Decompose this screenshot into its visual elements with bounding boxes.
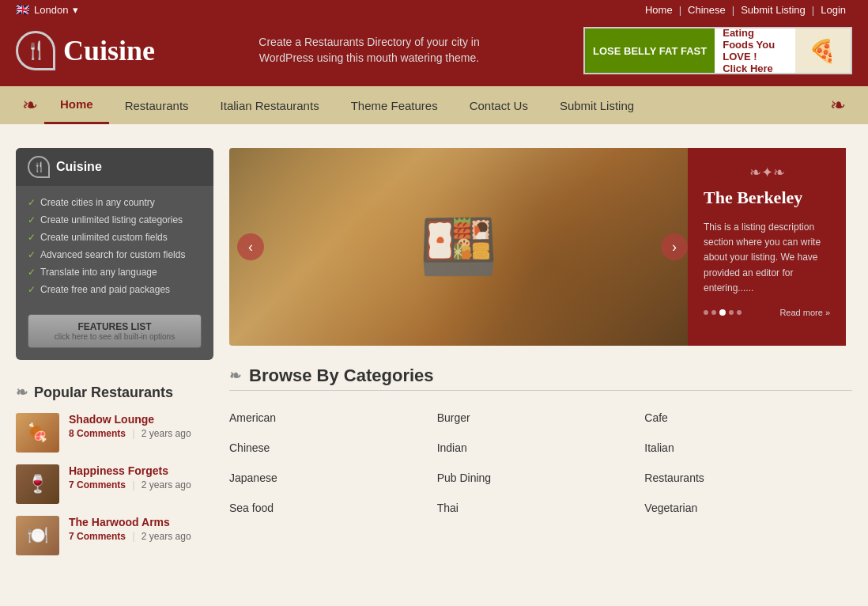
nav-deco-left-icon: ❧: [16, 88, 44, 123]
chevron-down-icon: ▾: [73, 4, 78, 16]
category-seafood[interactable]: Sea food: [229, 497, 437, 519]
category-italian[interactable]: Italian: [644, 437, 852, 459]
slide-dot[interactable]: [737, 310, 742, 315]
features-header: 🍴 Cuisine: [16, 148, 213, 186]
category-cafe[interactable]: Cafe: [644, 407, 852, 429]
comment-count: 7 Comments: [69, 479, 126, 490]
feature-item: Create unlimited listing categories: [28, 211, 202, 229]
category-indian[interactable]: Indian: [437, 437, 645, 459]
popular-title: Popular Restaurants: [16, 384, 213, 401]
ad-green-label: LOSE BELLY FAT FAST: [585, 28, 715, 73]
category-pub-dining[interactable]: Pub Dining: [437, 467, 645, 489]
category-thai[interactable]: Thai: [437, 497, 645, 519]
post-time: 2 years ago: [142, 428, 191, 439]
features-list: Create cities in any country Create unli…: [16, 186, 213, 306]
restaurant-meta: 8 Comments | 2 years ago: [69, 428, 191, 439]
nav-submit-listing[interactable]: Submit Listing: [544, 88, 650, 123]
header: 🍴 Cuisine Create a Restaurants Directory…: [0, 19, 868, 86]
features-widget-title: Cuisine: [56, 160, 102, 174]
topnav-home[interactable]: Home: [639, 4, 679, 16]
slider-prev-button[interactable]: ‹: [237, 233, 264, 260]
top-bar: 🇬🇧 London ▾ Home | Chinese | Submit List…: [0, 0, 868, 19]
nav-italian[interactable]: Italian Restaurants: [205, 88, 335, 123]
restaurant-name[interactable]: The Harwood Arms: [69, 516, 191, 528]
slider-deco-icon: ❧✦❧: [704, 164, 830, 181]
features-btn-sublabel: click here to see all built-in options: [35, 332, 194, 341]
features-list-button[interactable]: FEATURES LIST click here to see all buil…: [28, 314, 202, 348]
read-more-link[interactable]: Read more »: [779, 308, 830, 317]
sidebar: 🍴 Cuisine Create cities in any country C…: [16, 148, 213, 567]
top-nav: Home | Chinese | Submit Listing | Login: [639, 4, 852, 16]
slider-image: 🍱: [229, 148, 688, 346]
nav-restaurants[interactable]: Restaurants: [109, 88, 205, 123]
main-content: 🍴 Cuisine Create cities in any country C…: [0, 124, 868, 591]
slide-dot[interactable]: [729, 310, 734, 315]
features-btn-label: FEATURES LIST: [35, 321, 194, 332]
restaurant-info: Happiness Forgets 7 Comments | 2 years a…: [69, 464, 191, 490]
restaurant-meta: 7 Comments | 2 years ago: [69, 479, 191, 490]
navigation-wrapper: ❧ Home Restaurants Italian Restaurants T…: [0, 86, 868, 124]
popular-restaurant-item: 🍖 Shadow Lounge 8 Comments | 2 years ago: [16, 413, 213, 453]
logo-icon: 🍴: [16, 31, 55, 70]
location-label: London: [34, 4, 68, 16]
nav-contact[interactable]: Contact Us: [454, 88, 544, 123]
main-nav: Home Restaurants Italian Restaurants The…: [44, 86, 824, 124]
slider-next-button[interactable]: ›: [661, 233, 688, 260]
nav-deco-right-icon: ❧: [824, 88, 852, 123]
site-title: Cuisine: [63, 34, 155, 67]
slide-dot-active[interactable]: [719, 309, 726, 316]
slider-dots: [704, 309, 742, 316]
feature-item: Create cities in any country: [28, 194, 202, 211]
ad-text: Eating Foods You LOVE ! Click Here: [715, 27, 795, 74]
featured-slider: 🍱 ‹ › ❧✦❧ The Berkeley This is a listing…: [229, 148, 852, 346]
comment-count: 7 Comments: [69, 531, 126, 542]
sidebar-logo-icon: 🍴: [28, 156, 50, 178]
advertisement-banner[interactable]: LOSE BELLY FAT FAST Eating Foods You LOV…: [583, 27, 852, 74]
browse-title: Browse By Categories: [229, 365, 852, 386]
location-selector[interactable]: 🇬🇧 London ▾: [16, 3, 78, 16]
restaurant-thumbnail: 🍷: [16, 464, 59, 504]
category-grid: American Burger Cafe Chinese Indian Ital…: [229, 407, 852, 519]
slider-description: This is a listing description section wh…: [704, 220, 830, 296]
nav-decoration: ❧ Home Restaurants Italian Restaurants T…: [16, 86, 852, 124]
slide-dot[interactable]: [704, 310, 708, 315]
features-widget: 🍴 Cuisine Create cities in any country C…: [16, 148, 213, 360]
topnav-chinese[interactable]: Chinese: [681, 4, 732, 16]
post-time: 2 years ago: [142, 479, 191, 490]
restaurant-info: Shadow Lounge 8 Comments | 2 years ago: [69, 413, 191, 439]
topnav-login[interactable]: Login: [814, 4, 852, 16]
main-area: 🍱 ‹ › ❧✦❧ The Berkeley This is a listing…: [229, 148, 852, 567]
browse-categories-section: Browse By Categories American Burger Caf…: [229, 365, 852, 519]
category-vegetarian[interactable]: Vegetarian: [644, 497, 852, 519]
category-american[interactable]: American: [229, 407, 437, 429]
ad-image: 🍕: [795, 27, 851, 74]
popular-restaurant-item: 🍷 Happiness Forgets 7 Comments | 2 years…: [16, 464, 213, 504]
restaurant-name[interactable]: Shadow Lounge: [69, 413, 191, 426]
restaurant-info: The Harwood Arms 7 Comments | 2 years ag…: [69, 516, 191, 542]
feature-item: Create free and paid packages: [28, 281, 202, 298]
section-divider: [229, 390, 852, 391]
slider-footer: Read more »: [704, 308, 830, 317]
feature-item: Create unlimited custom fields: [28, 229, 202, 246]
header-tagline: Create a Restaurants Directory of your c…: [259, 35, 480, 66]
feature-item: Advanced search for custom fields: [28, 246, 202, 263]
slide-dot[interactable]: [711, 310, 716, 315]
category-burger[interactable]: Burger: [437, 407, 645, 429]
nav-home[interactable]: Home: [44, 86, 109, 124]
slider-info-panel: ❧✦❧ The Berkeley This is a listing descr…: [688, 148, 846, 346]
nav-theme-features[interactable]: Theme Features: [335, 88, 454, 123]
topnav-submit[interactable]: Submit Listing: [734, 4, 812, 16]
restaurant-name[interactable]: Happiness Forgets: [69, 464, 191, 477]
category-chinese[interactable]: Chinese: [229, 437, 437, 459]
category-restaurants[interactable]: Restaurants: [644, 467, 852, 489]
popular-restaurants-widget: Popular Restaurants 🍖 Shadow Lounge 8 Co…: [16, 384, 213, 555]
category-japanese[interactable]: Japanese: [229, 467, 437, 489]
post-time: 2 years ago: [142, 531, 191, 542]
restaurant-thumbnail: 🍖: [16, 413, 59, 453]
flag-icon: 🇬🇧: [16, 3, 29, 16]
ad-cta[interactable]: Click Here: [723, 62, 787, 74]
slider-restaurant-title: The Berkeley: [704, 187, 830, 208]
feature-item: Translate into any language: [28, 263, 202, 281]
restaurant-thumbnail: 🍽️: [16, 516, 59, 555]
comment-count: 8 Comments: [69, 428, 126, 439]
